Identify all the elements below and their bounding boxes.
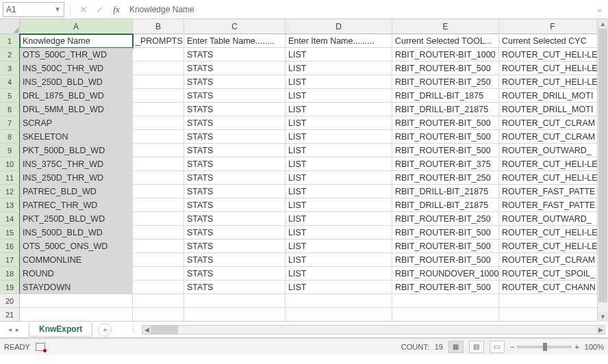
zoom-out-icon[interactable]: −: [510, 343, 514, 351]
cell[interactable]: RBIT_ROUTER-BIT_500: [392, 281, 499, 294]
cell[interactable]: [133, 116, 184, 130]
cell[interactable]: LIST: [286, 62, 392, 75]
cell[interactable]: RBIT_ROUTER-BIT_375: [392, 157, 499, 171]
cell[interactable]: RBIT_ROUTER-BIT_500: [392, 144, 499, 157]
cell[interactable]: [20, 294, 133, 308]
cell[interactable]: ROUTER_CUT_HELI-LE: [499, 62, 607, 75]
row-header[interactable]: 3: [0, 62, 20, 75]
cell[interactable]: RBIT_ROUTER-BIT_500: [392, 253, 499, 267]
expand-formula-icon[interactable]: ⌄: [593, 5, 605, 14]
row-header[interactable]: 15: [0, 226, 20, 239]
row-header[interactable]: 19: [0, 281, 20, 294]
cell[interactable]: LIST: [286, 116, 392, 130]
row-header[interactable]: 17: [0, 253, 20, 267]
cell[interactable]: SCRAP: [20, 116, 133, 130]
cell[interactable]: [133, 239, 184, 253]
row-header[interactable]: 16: [0, 239, 20, 253]
cell[interactable]: LIST: [286, 198, 392, 212]
cell[interactable]: RBIT_ROUTER-BIT_250: [392, 212, 499, 226]
cell[interactable]: RBIT_DRILL-BIT_21875: [392, 198, 499, 212]
row-header[interactable]: 13: [0, 198, 20, 212]
scroll-down-icon[interactable]: ▼: [598, 312, 608, 322]
column-header[interactable]: B: [133, 19, 184, 34]
column-header[interactable]: D: [286, 19, 392, 34]
cell[interactable]: ROUTER_CUT_HELI-LE: [499, 48, 607, 62]
cell[interactable]: [133, 171, 184, 185]
row-header[interactable]: 10: [0, 157, 20, 171]
row-header[interactable]: 20: [0, 294, 20, 308]
row-header[interactable]: 1: [0, 34, 20, 48]
chevron-down-icon[interactable]: ▼: [54, 5, 61, 13]
cell[interactable]: STATS: [184, 62, 286, 75]
column-header[interactable]: A: [20, 19, 133, 34]
cell[interactable]: Enter Table Name........: [184, 34, 286, 48]
cell[interactable]: STATS: [184, 267, 286, 281]
cell[interactable]: PATREC_THR_WD: [20, 198, 133, 212]
cell[interactable]: STATS: [184, 185, 286, 198]
cell[interactable]: [133, 89, 184, 103]
row-header[interactable]: 18: [0, 267, 20, 281]
cell[interactable]: [286, 308, 392, 322]
cell[interactable]: INS_250D_BLD_WD: [20, 75, 133, 89]
zoom-in-icon[interactable]: +: [574, 343, 579, 351]
cell[interactable]: STATS: [184, 75, 286, 89]
select-all-corner[interactable]: [0, 19, 20, 34]
cell[interactable]: STATS: [184, 157, 286, 171]
cell[interactable]: [184, 294, 286, 308]
cell[interactable]: [133, 281, 184, 294]
column-header[interactable]: F: [499, 19, 607, 34]
cell[interactable]: RBIT_ROUTER-BIT_500: [392, 239, 499, 253]
fx-icon[interactable]: fx: [109, 2, 124, 17]
row-header[interactable]: 12: [0, 185, 20, 198]
cell[interactable]: Current Selected CYC: [499, 34, 607, 48]
cell[interactable]: PATREC_BLD_WD: [20, 185, 133, 198]
cell[interactable]: STATS: [184, 144, 286, 157]
row-header[interactable]: 14: [0, 212, 20, 226]
cell[interactable]: ROUTER_DRILL_MOTI: [499, 103, 607, 116]
hscroll-thumb[interactable]: [151, 326, 178, 334]
cell[interactable]: ROUTER_OUTWARD_: [499, 212, 607, 226]
cell[interactable]: [133, 253, 184, 267]
cell[interactable]: ROUTER_CUT_SPOIL_: [499, 267, 607, 281]
cell[interactable]: ROUTER_CUT_HELI-LE: [499, 171, 607, 185]
cell[interactable]: OTS_500C_ONS_WD: [20, 239, 133, 253]
cell[interactable]: STATS: [184, 103, 286, 116]
cell[interactable]: Enter Item Name.........: [286, 34, 392, 48]
cell[interactable]: INS_250D_THR_WD: [20, 171, 133, 185]
cell[interactable]: DRL_1875_BLD_WD: [20, 89, 133, 103]
cell[interactable]: STATS: [184, 226, 286, 239]
cell[interactable]: STATS: [184, 281, 286, 294]
cell[interactable]: STATS: [184, 212, 286, 226]
row-header[interactable]: 2: [0, 48, 20, 62]
cell[interactable]: _PROMPTS: [133, 34, 184, 48]
cell[interactable]: [133, 198, 184, 212]
row-header[interactable]: 11: [0, 171, 20, 185]
cell[interactable]: RBIT_DRILL-BIT_1875: [392, 89, 499, 103]
cell[interactable]: OTS_500C_THR_WD: [20, 48, 133, 62]
row-header[interactable]: 9: [0, 144, 20, 157]
cell[interactable]: ROUTER_CUT_CLRAM: [499, 253, 607, 267]
cell[interactable]: SKELETON: [20, 130, 133, 144]
cell[interactable]: ROUTER_CUT_CLRAM: [499, 130, 607, 144]
cell[interactable]: ROUTER_CUT_HELI-LE: [499, 157, 607, 171]
normal-view-button[interactable]: ▦: [448, 341, 464, 353]
macro-record-icon[interactable]: [36, 343, 45, 351]
cell[interactable]: [133, 226, 184, 239]
split-handle[interactable]: ⋮: [129, 325, 138, 334]
formula-input[interactable]: [125, 2, 592, 17]
cell-grid[interactable]: Knowledge Name_PROMPTSEnter Table Name..…: [20, 34, 608, 321]
sheet-tab[interactable]: KnwExport: [29, 322, 92, 337]
cell[interactable]: [499, 294, 607, 308]
cell[interactable]: [392, 308, 499, 322]
vertical-scrollbar[interactable]: ▲ ▼: [597, 19, 608, 322]
cell[interactable]: RBIT_ROUTER-BIT_500: [392, 62, 499, 75]
cell[interactable]: STATS: [184, 171, 286, 185]
cell[interactable]: INS_500D_BLD_WD: [20, 226, 133, 239]
cell[interactable]: LIST: [286, 144, 392, 157]
cell[interactable]: STATS: [184, 130, 286, 144]
row-header[interactable]: 8: [0, 130, 20, 144]
cancel-icon[interactable]: ✕: [76, 2, 91, 17]
cell[interactable]: [184, 308, 286, 322]
cell[interactable]: INS_375C_THR_WD: [20, 157, 133, 171]
scroll-right-icon[interactable]: ▶: [596, 326, 605, 334]
